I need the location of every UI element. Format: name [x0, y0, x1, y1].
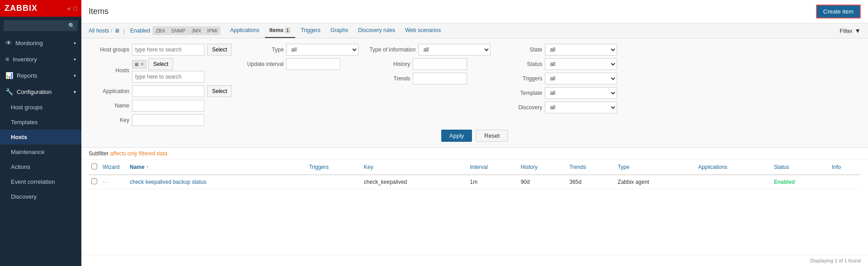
key-input[interactable]	[132, 114, 204, 126]
filter-col-2: Type all Zabbix agent SNMP JMX IPMI Upda…	[243, 44, 359, 126]
update-interval-input[interactable]	[286, 58, 340, 70]
create-item-button[interactable]: Create item	[816, 5, 861, 19]
filter-toggle[interactable]: Filter ▼	[840, 27, 861, 34]
breadcrumb: All hosts / 🖥	[89, 28, 120, 34]
host-groups-select-btn[interactable]: Select	[207, 44, 232, 56]
discovery-filter-label: Discovery	[501, 104, 542, 111]
configuration-arrow-icon: ▾	[74, 89, 76, 94]
host-tag-remove-btn[interactable]: ✕	[140, 61, 144, 67]
apply-button[interactable]: Apply	[441, 130, 472, 142]
th-triggers[interactable]: Triggers	[306, 160, 361, 175]
maintenance-label: Maintenance	[11, 149, 44, 155]
row-wizard: ···	[100, 175, 127, 189]
ipmi-badge[interactable]: IPMI	[204, 27, 220, 35]
reset-button[interactable]: Reset	[476, 130, 508, 142]
application-select-btn[interactable]: Select	[207, 85, 232, 97]
subfilter-bar: Subfilter affects only filtered data	[81, 148, 868, 160]
table-header: Wizard Name ↑ Triggers Key Interval	[89, 160, 861, 175]
tab-discovery-rules[interactable]: Discovery rules	[354, 23, 400, 38]
update-interval-filter-label: Update interval	[243, 61, 283, 67]
sidebar-search-input[interactable]	[4, 20, 78, 31]
sidebar-search-container: 🔍	[0, 17, 81, 35]
th-wizard[interactable]: Wizard	[100, 160, 127, 175]
filter-trends-row: Trends	[369, 73, 491, 84]
expand-icon[interactable]: □	[73, 5, 77, 12]
filter-history-row: History	[369, 58, 491, 70]
tabs-bar: All hosts / 🖥 | Enabled ZBX SNMP JMX IPM…	[81, 23, 868, 38]
sidebar-monitoring-label: Monitoring	[15, 40, 43, 47]
tab-applications[interactable]: Applications	[226, 23, 264, 38]
jmx-badge[interactable]: JMX	[189, 27, 204, 35]
sidebar-item-event-correlation[interactable]: Event correlation	[0, 174, 81, 189]
th-checkbox	[89, 160, 100, 175]
sidebar-item-configuration[interactable]: 🔧 Configuration ▾	[0, 84, 81, 100]
th-applications[interactable]: Applications	[695, 160, 771, 175]
type-select[interactable]: all Zabbix agent SNMP JMX IPMI	[286, 44, 359, 56]
row-key: check_keepalived	[361, 175, 467, 189]
tab-graphs[interactable]: Graphs	[326, 23, 353, 38]
state-select[interactable]: all Normal Not supported	[545, 44, 617, 56]
item-name-link[interactable]: check keepalived backup status	[130, 179, 206, 185]
triggers-select[interactable]: all Yes No	[545, 73, 617, 84]
row-name: check keepalived backup status	[127, 175, 306, 189]
select-all-checkbox[interactable]	[91, 163, 97, 169]
status-select[interactable]: all Enabled Disabled	[545, 58, 617, 70]
status-filter-label: Status	[501, 61, 542, 67]
subfilter-text: Subfilter	[89, 150, 108, 157]
tab-triggers[interactable]: Triggers	[296, 23, 325, 38]
th-name[interactable]: Name ↑	[127, 160, 306, 175]
inventory-arrow-icon: ▾	[74, 57, 76, 62]
row-applications	[695, 175, 771, 189]
table-body: ··· check keepalived backup status check…	[89, 175, 861, 189]
trends-input[interactable]	[413, 73, 467, 84]
type-of-info-select[interactable]: all Numeric (unsigned) Numeric (float) C…	[418, 44, 491, 56]
table-area: Wizard Name ↑ Triggers Key Interval	[81, 160, 868, 255]
sidebar-item-host-groups[interactable]: Host groups	[0, 100, 81, 115]
history-input[interactable]	[413, 58, 467, 70]
host-groups-input[interactable]	[132, 44, 204, 56]
tab-web-scenarios[interactable]: Web scenarios	[401, 23, 445, 38]
wizard-dots-icon[interactable]: ···	[103, 179, 108, 185]
template-select[interactable]: all	[545, 87, 617, 99]
snmp-badge[interactable]: SNMP	[169, 27, 189, 35]
page-title: Items	[89, 7, 108, 16]
th-history[interactable]: History	[518, 160, 567, 175]
sidebar-item-monitoring[interactable]: 👁 Monitoring ▾	[0, 35, 81, 51]
th-type[interactable]: Type	[615, 160, 695, 175]
th-key[interactable]: Key	[361, 160, 467, 175]
sidebar-item-maintenance[interactable]: Maintenance	[0, 145, 81, 159]
name-input[interactable]	[132, 100, 204, 112]
filter-state-row: State all Normal Not supported	[501, 44, 617, 56]
host-tag: 🖥 ✕	[132, 60, 146, 69]
sidebar-item-hosts[interactable]: Hosts	[0, 130, 81, 145]
th-interval[interactable]: Interval	[467, 160, 518, 175]
hosts-select-btn[interactable]: Select	[148, 58, 173, 70]
filter-type-of-info-row: Type of information all Numeric (unsigne…	[369, 44, 491, 56]
filter-area: Host groups Select Hosts 🖥 ✕ Select	[81, 38, 868, 148]
th-status[interactable]: Status	[771, 160, 829, 175]
sidebar-item-templates[interactable]: Templates	[0, 115, 81, 130]
row-triggers	[306, 175, 361, 189]
zbx-badge[interactable]: ZBX	[153, 27, 168, 35]
hosts-input[interactable]	[132, 71, 204, 83]
all-hosts-link[interactable]: All hosts	[89, 28, 109, 34]
subfilter-note-text: affects only filtered data	[110, 150, 167, 157]
status-badge[interactable]: Enabled	[774, 179, 795, 185]
application-input[interactable]	[132, 85, 204, 97]
monitoring-arrow-icon: ▾	[74, 41, 76, 46]
collapse-icon[interactable]: «	[67, 5, 71, 12]
sidebar-item-inventory[interactable]: ≡ Inventory ▾	[0, 51, 81, 67]
th-info[interactable]: Info	[829, 160, 861, 175]
topbar: Items Create item	[81, 0, 868, 23]
sidebar-item-reports[interactable]: 📊 Reports ▾	[0, 67, 81, 84]
zbx-badges: ZBX SNMP JMX IPMI	[153, 27, 220, 35]
row-status: Enabled	[771, 175, 829, 189]
sidebar-inventory-label: Inventory	[13, 56, 37, 63]
th-trends[interactable]: Trends	[566, 160, 615, 175]
discovery-select[interactable]: all Yes No	[545, 102, 617, 113]
enabled-badge[interactable]: Enabled	[128, 24, 152, 37]
tab-items[interactable]: Items1	[265, 23, 295, 38]
sidebar-item-discovery[interactable]: Discovery	[0, 189, 81, 204]
row-checkbox[interactable]	[91, 178, 97, 184]
sidebar-item-actions[interactable]: Actions	[0, 159, 81, 174]
